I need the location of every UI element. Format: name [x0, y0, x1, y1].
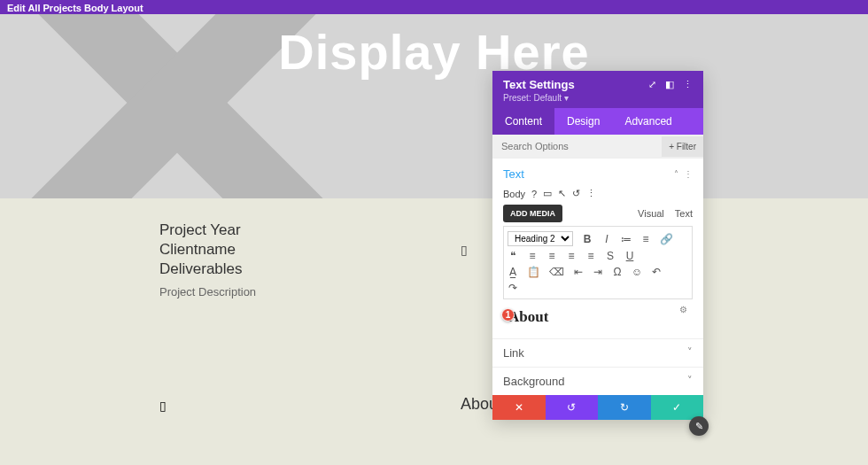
- panel-header[interactable]: Text Settings ⤢ ◧ ⋮ Preset: Default ▾: [492, 71, 703, 108]
- undo-icon[interactable]: ↶: [651, 266, 662, 278]
- hero-title: Display Here: [0, 23, 868, 81]
- panel-footer: ✕ ↺ ↻ ✓: [492, 395, 703, 420]
- align-right-icon[interactable]: ≡: [566, 250, 577, 262]
- editor-heading[interactable]: About: [508, 308, 687, 326]
- undo-button[interactable]: ↺: [546, 395, 599, 420]
- reset-icon[interactable]: ↺: [572, 188, 580, 199]
- align-justify-icon[interactable]: ≡: [585, 250, 596, 262]
- panel-tabs: Content Design Advanced: [492, 108, 703, 135]
- search-row: + Filter: [492, 135, 703, 159]
- editor-body[interactable]: 1 About ⚙︎: [503, 299, 693, 333]
- ol-icon[interactable]: ≡: [640, 233, 651, 245]
- ul-icon[interactable]: ≔: [621, 233, 632, 245]
- kebab-icon[interactable]: ⋮: [683, 79, 693, 90]
- redo-icon[interactable]: ↷: [508, 282, 518, 294]
- wrench-icon: ✎: [695, 421, 703, 432]
- image-placeholder-icon: [461, 243, 469, 257]
- settings-fab[interactable]: ✎: [689, 416, 709, 436]
- kebab-icon[interactable]: ⋮: [586, 188, 596, 199]
- text-section-header[interactable]: Text ˄ ⋮: [503, 164, 693, 184]
- dynamic-content-icon[interactable]: ⚙︎: [679, 305, 687, 314]
- tablet-icon[interactable]: ▭: [543, 188, 552, 199]
- chevron-down-icon: ˅: [687, 375, 693, 388]
- textcolor-icon[interactable]: A̲: [508, 266, 518, 278]
- emoji-icon[interactable]: ☺: [632, 266, 642, 278]
- kebab-icon[interactable]: ⋮: [684, 169, 693, 179]
- preset-label[interactable]: Preset: Default: [503, 93, 562, 103]
- visual-tab[interactable]: Visual: [638, 208, 664, 219]
- cancel-button[interactable]: ✕: [492, 395, 546, 420]
- align-left-icon[interactable]: ≡: [527, 250, 538, 262]
- tab-design[interactable]: Design: [554, 108, 612, 135]
- text-tab[interactable]: Text: [675, 208, 693, 219]
- tab-content[interactable]: Content: [492, 108, 554, 135]
- bold-icon[interactable]: B: [582, 233, 593, 245]
- outdent-icon[interactable]: ⇤: [573, 266, 584, 278]
- filter-button[interactable]: + Filter: [662, 136, 703, 157]
- body-field-row: Body ? ▭ ↖ ↺ ⋮: [503, 188, 693, 199]
- add-media-button[interactable]: ADD MEDIA: [503, 205, 562, 222]
- hero-area: Display Here: [0, 14, 868, 198]
- chevron-down-icon: ˅: [687, 346, 693, 360]
- text-section: Text ˄ ⋮ Body ? ▭ ↖ ↺ ⋮ ADD MEDIA Visual…: [492, 159, 703, 338]
- wysiwyg-toolbar: Heading 2 B I ≔ ≡ 🔗 ❝ ≡ ≡ ≡ ≡ S U A̲ 📋 ⌫…: [503, 226, 693, 299]
- expand-icon[interactable]: ⤢: [648, 79, 656, 90]
- chevron-down-icon[interactable]: ▾: [564, 93, 569, 103]
- image-placeholder-icon: [159, 399, 167, 413]
- help-icon[interactable]: ?: [531, 189, 537, 199]
- top-edit-bar: Edit All Projects Body Layout: [0, 0, 868, 14]
- text-settings-panel: Text Settings ⤢ ◧ ⋮ Preset: Default ▾ Co…: [492, 71, 703, 420]
- italic-icon[interactable]: I: [601, 233, 612, 245]
- tab-advanced[interactable]: Advanced: [612, 108, 684, 135]
- annotation-marker-1: 1: [501, 308, 515, 322]
- hover-icon[interactable]: ↖: [558, 188, 566, 199]
- link-icon[interactable]: 🔗: [660, 233, 673, 245]
- clear-icon[interactable]: ⌫: [549, 266, 564, 278]
- redo-button[interactable]: ↻: [598, 395, 651, 420]
- snap-icon[interactable]: ◧: [665, 79, 674, 90]
- body-label: Body: [503, 189, 525, 199]
- bottom-row: Abou: [0, 381, 868, 416]
- panel-title: Text Settings: [503, 78, 575, 91]
- align-center-icon[interactable]: ≡: [546, 250, 557, 262]
- quote-icon[interactable]: ❝: [508, 250, 518, 262]
- link-section-header[interactable]: Link ˅: [492, 338, 703, 367]
- background-section-label: Background: [503, 375, 564, 388]
- paste-icon[interactable]: 📋: [527, 266, 540, 278]
- link-section-label: Link: [503, 346, 524, 360]
- heading-select[interactable]: Heading 2: [508, 231, 573, 246]
- top-title: Edit All Projects Body Layout: [7, 3, 143, 13]
- indent-icon[interactable]: ⇥: [593, 266, 603, 278]
- chevron-up-icon[interactable]: ˄: [674, 169, 678, 179]
- background-section-header[interactable]: Background ˅: [492, 367, 703, 395]
- project-meta-section: Project Year Clientname Deliverables Pro…: [0, 198, 868, 367]
- specialchar-icon[interactable]: Ω: [612, 266, 623, 278]
- underline-icon[interactable]: U: [624, 250, 635, 262]
- text-section-label: Text: [503, 167, 524, 181]
- search-input[interactable]: [492, 135, 662, 158]
- strike-icon[interactable]: S: [605, 250, 616, 262]
